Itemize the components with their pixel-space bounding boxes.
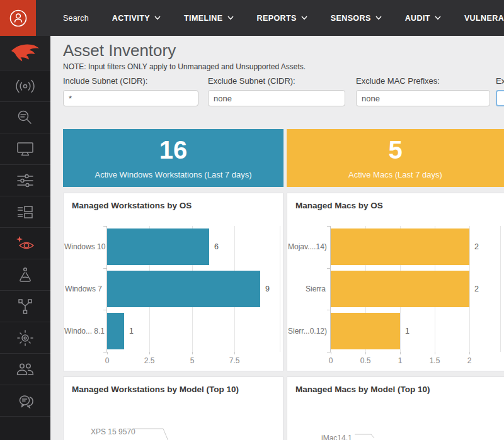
- sidebar-item-network-branch[interactable]: [0, 291, 50, 322]
- x-tick-label: 2: [455, 356, 483, 365]
- bar-windo-8-1[interactable]: [107, 313, 124, 349]
- sidebar-item-users[interactable]: [0, 354, 50, 385]
- pie-slice-label: XPS 15 9570: [91, 427, 135, 436]
- chevron-down-icon: [154, 16, 161, 20]
- bar-value-label: 1: [129, 327, 134, 336]
- stat-card-label: Active Macs (Last 7 days): [348, 170, 442, 179]
- category-label: Sierr...0.12): [288, 327, 326, 336]
- bar-value-label: 9: [265, 285, 270, 293]
- discover-eye-icon: [14, 235, 36, 252]
- sidebar-item-discover-eye[interactable]: [0, 228, 50, 259]
- pie-leader-line: [133, 425, 177, 440]
- x-tick-label: 1.5: [421, 356, 449, 365]
- left-sidebar: [0, 36, 50, 440]
- main-content: Asset Inventory NOTE: Input filters ONLY…: [50, 36, 504, 440]
- filter-include-subnet-cidr: Include Subnet (CIDR):: [63, 76, 198, 106]
- pie-leader-line: [355, 431, 380, 440]
- x-tick-label: 0: [317, 356, 345, 365]
- panel-managed-workstations-by-os: Managed Workstations by OS02.557.5Window…: [63, 193, 284, 371]
- monitor-icon: [16, 141, 35, 157]
- flask-icon: [16, 266, 34, 284]
- nav-item-label: TIMELINE: [184, 14, 223, 23]
- bar-sierra[interactable]: [331, 271, 469, 307]
- plot-right-edge: [280, 226, 280, 352]
- panel-title: Managed Macs by Model (Top 10): [295, 385, 430, 394]
- nav-item-activity[interactable]: ACTIVITY: [112, 14, 161, 23]
- x-tick-label: 2.5: [135, 356, 163, 365]
- chevron-down-icon: [301, 16, 307, 20]
- top-nav-menu: SearchACTIVITYTIMELINEREPORTSSENSORSAUDI…: [63, 0, 504, 36]
- filter-label: Exclude MAC Prefixes:: [356, 76, 490, 86]
- nav-item-audit[interactable]: AUDIT: [405, 14, 441, 23]
- sidebar-item-chat[interactable]: [0, 385, 50, 417]
- filter-input-exclude-subnet-cidr[interactable]: [208, 90, 345, 106]
- x-tick: [365, 352, 366, 354]
- stat-card-value: 16: [159, 137, 188, 162]
- falcon-logo-icon: [11, 43, 40, 63]
- category-label: Mojav....14): [288, 242, 326, 251]
- x-tick: [331, 352, 331, 354]
- investigate-search-icon: [16, 109, 34, 127]
- bar-windows-7[interactable]: [107, 271, 260, 307]
- chevron-down-icon: [435, 16, 441, 20]
- nav-item-label: VULNERABILITIES: [464, 14, 504, 23]
- x-tick-label: 5: [178, 356, 206, 365]
- nav-item-timeline[interactable]: TIMELINE: [184, 14, 234, 23]
- y-tick: [327, 226, 331, 227]
- stat-card-active-macs-last-7-days[interactable]: 5Active Macs (Last 7 days): [287, 129, 504, 187]
- x-tick-label: 0: [93, 356, 121, 365]
- y-tick: [103, 310, 107, 310]
- bar-plot: 02.557.5Windows 106Windows 79Windo... 8.…: [106, 226, 280, 352]
- bar-value-label: 2: [474, 242, 479, 251]
- chevron-down-icon: [375, 16, 382, 20]
- filter-exclude-mac-prefixes: Exclude MAC Prefixes:: [356, 76, 490, 106]
- filter-ex: Ex: [496, 76, 504, 106]
- x-tick: [234, 352, 235, 354]
- radar-icon: [16, 329, 35, 347]
- panel-title: Managed Macs by OS: [295, 201, 383, 210]
- x-tick-label: 1: [386, 356, 414, 365]
- sidebar-item-signal[interactable]: [0, 71, 50, 102]
- x-tick: [107, 352, 108, 354]
- nav-item-search[interactable]: Search: [63, 14, 89, 23]
- category-label: Windo... 8.1: [64, 327, 102, 336]
- stat-card-active-windows-workstations-last-7-days[interactable]: 16Active Windows Workstations (Last 7 da…: [63, 129, 284, 187]
- nav-item-label: ACTIVITY: [112, 14, 150, 23]
- bar-windows-10[interactable]: [107, 228, 209, 265]
- bar-mojav-14[interactable]: [331, 228, 469, 265]
- app-window: SearchACTIVITYTIMELINEREPORTSSENSORSAUDI…: [0, 0, 504, 440]
- nav-item-label: SENSORS: [331, 14, 371, 23]
- gridline: [469, 226, 470, 352]
- sidebar-item-radar[interactable]: [0, 322, 50, 354]
- filter-input-ex[interactable]: [496, 90, 504, 106]
- sidebar-item-sliders[interactable]: [0, 165, 50, 196]
- sidebar-item-dashboard-panels[interactable]: [0, 196, 50, 228]
- filter-label: Ex: [496, 76, 504, 86]
- filter-input-include-subnet-cidr[interactable]: [63, 90, 198, 106]
- page-note: NOTE: Input filters ONLY apply to Unmana…: [63, 62, 306, 71]
- panel-managed-macs-by-model-top-10: Managed Macs by Model (Top 10)iMac14,1: [287, 376, 504, 440]
- nav-item-sensors[interactable]: SENSORS: [331, 14, 382, 23]
- stat-card-label: Active Windows Workstations (Last 7 days…: [94, 170, 251, 179]
- user-avatar-button[interactable]: [0, 0, 36, 36]
- category-label: Windows 7: [64, 285, 102, 293]
- category-label: Windows 10: [64, 242, 102, 251]
- dashboard-panels-icon: [16, 204, 35, 220]
- signal-icon: [15, 78, 35, 94]
- users-icon: [15, 361, 35, 378]
- sidebar-item-falcon-logo[interactable]: [0, 36, 50, 71]
- nav-item-reports[interactable]: REPORTS: [257, 14, 307, 23]
- x-tick-label: 0.5: [352, 356, 379, 365]
- bar-sierr-0-12[interactable]: [331, 313, 400, 349]
- y-tick: [103, 226, 107, 227]
- bar-value-label: 2: [474, 285, 479, 293]
- filter-input-exclude-mac-prefixes[interactable]: [356, 90, 490, 106]
- panel-managed-macs-by-os: Managed Macs by OS00.511.52Mojav....14)2…: [287, 193, 504, 371]
- sidebar-item-monitor[interactable]: [0, 133, 50, 165]
- category-label: Sierra: [288, 285, 326, 293]
- sidebar-item-investigate-search[interactable]: [0, 102, 50, 133]
- stat-card-value: 5: [388, 137, 402, 162]
- pie-slice-label: iMac14,1: [321, 434, 352, 440]
- sidebar-item-flask[interactable]: [0, 259, 50, 291]
- nav-item-vulnerabilities[interactable]: VULNERABILITIES: [464, 14, 504, 23]
